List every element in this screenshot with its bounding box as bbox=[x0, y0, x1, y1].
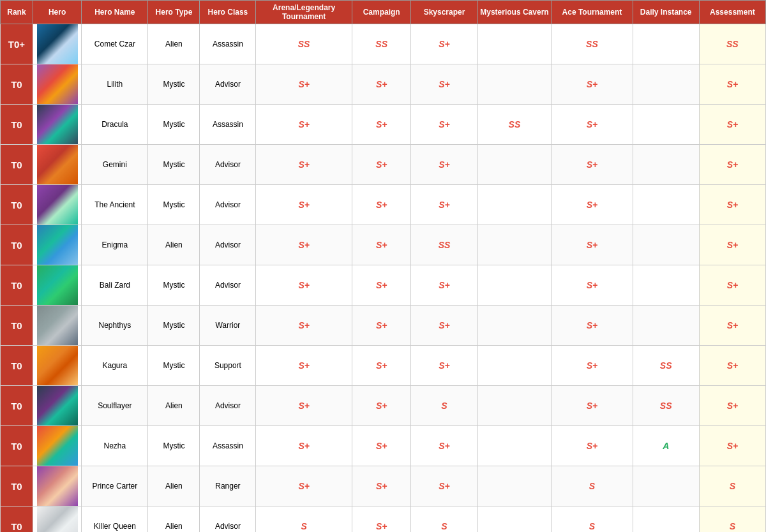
hero-class-cell: Assassin bbox=[200, 24, 256, 64]
hero-name-cell: Soulflayer bbox=[82, 386, 148, 426]
col-hero-name: Hero Name bbox=[82, 1, 148, 24]
hero-class-cell: Advisor bbox=[200, 64, 256, 105]
hero-type-cell: Alien bbox=[148, 24, 200, 64]
table-row: T0LilithMysticAdvisorS+S+S+S+S+ bbox=[1, 64, 766, 105]
skyscraper-score: SS bbox=[411, 225, 477, 265]
hero-avatar bbox=[37, 225, 78, 265]
rank-cell: T0 bbox=[1, 265, 33, 306]
skyscraper-score: S+ bbox=[411, 426, 477, 466]
rank-cell: T0 bbox=[1, 185, 33, 225]
rank-cell: T0 bbox=[1, 306, 33, 346]
rank-cell: T0 bbox=[1, 225, 33, 265]
rank-cell: T0 bbox=[1, 466, 33, 506]
skyscraper-score: S+ bbox=[411, 105, 477, 145]
hero-name-cell: Killer Queen bbox=[82, 506, 148, 533]
hero-name-cell: Prince Carter bbox=[82, 466, 148, 506]
arena-score: S+ bbox=[256, 225, 352, 265]
table-header-row: Rank Hero Hero Name Hero Type Hero Class… bbox=[1, 1, 766, 24]
ace-score: S bbox=[552, 466, 633, 506]
campaign-score: SS bbox=[352, 24, 411, 64]
hero-name-cell: Lilith bbox=[82, 64, 148, 105]
ace-score: SS bbox=[552, 24, 633, 64]
cave-score bbox=[477, 466, 552, 506]
daily-score bbox=[633, 64, 699, 105]
hero-avatar bbox=[37, 346, 78, 385]
daily-score bbox=[633, 24, 699, 64]
campaign-score: S+ bbox=[352, 225, 411, 265]
table-row: T0DraculaMysticAssassinS+S+S+SSS+S+ bbox=[1, 105, 766, 145]
skyscraper-score: S bbox=[411, 506, 477, 533]
table-row: T0Bali ZardMysticAdvisorS+S+S+S+S+ bbox=[1, 265, 766, 306]
assessment-score: S bbox=[699, 466, 765, 506]
arena-score: S+ bbox=[256, 466, 352, 506]
cave-score bbox=[477, 24, 552, 64]
skyscraper-score: S+ bbox=[411, 306, 477, 346]
hero-image-cell bbox=[33, 306, 81, 346]
hero-class-cell: Advisor bbox=[200, 265, 256, 306]
skyscraper-score: S+ bbox=[411, 24, 477, 64]
skyscraper-score: S bbox=[411, 386, 477, 426]
hero-class-cell: Advisor bbox=[200, 145, 256, 185]
table-row: T0NephthysMysticWarriorS+S+S+S+S+ bbox=[1, 306, 766, 346]
hero-name-cell: Dracula bbox=[82, 105, 148, 145]
hero-type-cell: Mystic bbox=[148, 346, 200, 386]
hero-image-cell bbox=[33, 185, 81, 225]
hero-avatar bbox=[37, 145, 78, 184]
rank-cell: T0 bbox=[1, 105, 33, 145]
hero-avatar bbox=[37, 185, 78, 225]
skyscraper-score: S+ bbox=[411, 346, 477, 386]
rank-cell: T0+ bbox=[1, 24, 33, 64]
assessment-score: S+ bbox=[699, 346, 765, 386]
hero-image-cell bbox=[33, 426, 81, 466]
arena-score: S+ bbox=[256, 64, 352, 105]
assessment-score: S bbox=[699, 506, 765, 533]
assessment-score: S+ bbox=[699, 185, 765, 225]
cave-score bbox=[477, 225, 552, 265]
skyscraper-score: S+ bbox=[411, 265, 477, 306]
table-row: T0SoulflayerAlienAdvisorS+S+SS+SSS+ bbox=[1, 386, 766, 426]
col-cave: Mysterious Cavern bbox=[477, 1, 552, 24]
hero-avatar bbox=[37, 306, 78, 345]
table-row: T0EnigmaAlienAdvisorS+S+SSS+S+ bbox=[1, 225, 766, 265]
hero-image-cell bbox=[33, 346, 81, 386]
cave-score bbox=[477, 185, 552, 225]
daily-score: A bbox=[633, 426, 699, 466]
assessment-score: S+ bbox=[699, 145, 765, 185]
skyscraper-score: S+ bbox=[411, 466, 477, 506]
assessment-score: S+ bbox=[699, 306, 765, 346]
table-row: T0+Comet CzarAlienAssassinSSSSS+SSSS bbox=[1, 24, 766, 64]
campaign-score: S+ bbox=[352, 185, 411, 225]
cave-score bbox=[477, 145, 552, 185]
ace-score: S+ bbox=[552, 386, 633, 426]
assessment-score: S+ bbox=[699, 225, 765, 265]
hero-name-cell: Bali Zard bbox=[82, 265, 148, 306]
campaign-score: S+ bbox=[352, 466, 411, 506]
hero-name-cell: Gemini bbox=[82, 145, 148, 185]
rank-cell: T0 bbox=[1, 64, 33, 105]
arena-score: S+ bbox=[256, 145, 352, 185]
campaign-score: S+ bbox=[352, 145, 411, 185]
cave-score bbox=[477, 265, 552, 306]
campaign-score: S+ bbox=[352, 265, 411, 306]
ace-score: S+ bbox=[552, 225, 633, 265]
rank-cell: T0 bbox=[1, 346, 33, 386]
rank-cell: T0 bbox=[1, 426, 33, 466]
daily-score bbox=[633, 225, 699, 265]
rank-cell: T0 bbox=[1, 386, 33, 426]
hero-type-cell: Alien bbox=[148, 466, 200, 506]
col-ace: Ace Tournament bbox=[552, 1, 633, 24]
arena-score: S+ bbox=[256, 105, 352, 145]
cave-score bbox=[477, 426, 552, 466]
hero-avatar bbox=[37, 64, 78, 104]
table-row: T0KaguraMysticSupportS+S+S+S+SSS+ bbox=[1, 346, 766, 386]
col-hero-type: Hero Type bbox=[148, 1, 200, 24]
col-hero: Hero bbox=[33, 1, 81, 24]
arena-score: S+ bbox=[256, 426, 352, 466]
hero-image-cell bbox=[33, 466, 81, 506]
arena-score: SS bbox=[256, 24, 352, 64]
hero-class-cell: Ranger bbox=[200, 466, 256, 506]
table-row: T0NezhaMysticAssassinS+S+S+S+AS+ bbox=[1, 426, 766, 466]
hero-class-cell: Advisor bbox=[200, 386, 256, 426]
arena-score: S+ bbox=[256, 185, 352, 225]
skyscraper-score: S+ bbox=[411, 64, 477, 105]
